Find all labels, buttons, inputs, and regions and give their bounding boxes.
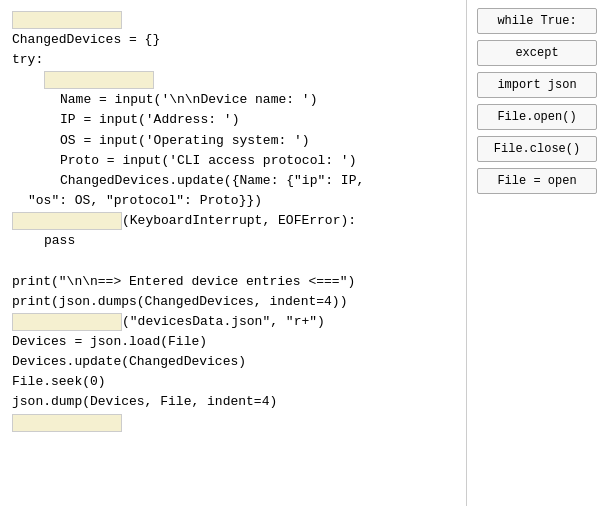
sidebar-btn-while[interactable]: while True: <box>477 8 597 34</box>
code-line-pass: pass <box>12 231 454 251</box>
blank-box-top[interactable] <box>12 11 122 29</box>
sidebar: while True: except import json File.open… <box>467 0 607 506</box>
sidebar-btn-except[interactable]: except <box>477 40 597 66</box>
blank-try-line <box>12 70 454 90</box>
blank-box-except[interactable] <box>12 212 122 230</box>
code-text: print(json.dumps(ChangedDevices, indent=… <box>12 292 347 312</box>
file-open-line: ("devicesData.json", "r+") <box>12 312 454 332</box>
code-line-1: ChangedDevices = {} <box>12 30 454 50</box>
except-line: (KeyboardInterrupt, EOFError): <box>12 211 454 231</box>
code-text: print("\n\n==> Entered device entries <=… <box>12 272 355 292</box>
except-suffix: (KeyboardInterrupt, EOFError): <box>122 211 356 231</box>
code-line-15: json.dump(Devices, File, indent=4) <box>12 392 454 412</box>
code-text: OS = input('Operating system: ') <box>60 131 310 151</box>
sidebar-btn-fileequal[interactable]: File = open <box>477 168 597 194</box>
code-text: pass <box>44 231 75 251</box>
code-line-6: Proto = input('CLI access protocol: ') <box>12 151 454 171</box>
code-line-try: try: <box>12 50 454 70</box>
code-line-13: Devices.update(ChangedDevices) <box>12 352 454 372</box>
code-line-11: print(json.dumps(ChangedDevices, indent=… <box>12 292 454 312</box>
code-text: File.seek(0) <box>12 372 106 392</box>
code-text: try: <box>12 50 43 70</box>
code-text: "os": OS, "protocol": Proto}}) <box>28 191 262 211</box>
code-text: ChangedDevices = {} <box>12 30 160 50</box>
blank-box-try[interactable] <box>44 71 154 89</box>
code-area: ChangedDevices = {} try: Name = input('\… <box>12 10 454 433</box>
code-panel: ChangedDevices = {} try: Name = input('\… <box>0 0 467 506</box>
code-line-7: ChangedDevices.update({Name: {"ip": IP, <box>12 171 454 191</box>
code-text: Devices = json.load(File) <box>12 332 207 352</box>
code-line-10: print("\n\n==> Entered device entries <=… <box>12 272 454 292</box>
code-text: json.dump(Devices, File, indent=4) <box>12 392 277 412</box>
blank-box-file[interactable] <box>12 313 122 331</box>
blank-line-1 <box>12 251 454 271</box>
code-line-4: IP = input('Address: ') <box>12 110 454 130</box>
blank-bottom-line <box>12 413 454 433</box>
code-line-14: File.seek(0) <box>12 372 454 392</box>
code-line-12: Devices = json.load(File) <box>12 332 454 352</box>
blank-box-bottom[interactable] <box>12 414 122 432</box>
sidebar-btn-fileopen[interactable]: File.open() <box>477 104 597 130</box>
code-text: Name = input('\n\nDevice name: ') <box>60 90 317 110</box>
code-line-8: "os": OS, "protocol": Proto}}) <box>12 191 454 211</box>
code-text: ChangedDevices.update({Name: {"ip": IP, <box>60 171 364 191</box>
sidebar-btn-import[interactable]: import json <box>477 72 597 98</box>
code-text: Devices.update(ChangedDevices) <box>12 352 246 372</box>
file-suffix: ("devicesData.json", "r+") <box>122 312 325 332</box>
sidebar-btn-fileclose[interactable]: File.close() <box>477 136 597 162</box>
blank-top-line <box>12 10 454 30</box>
code-text: IP = input('Address: ') <box>60 110 239 130</box>
code-line-5: OS = input('Operating system: ') <box>12 131 454 151</box>
code-line-3: Name = input('\n\nDevice name: ') <box>12 90 454 110</box>
code-text: Proto = input('CLI access protocol: ') <box>60 151 356 171</box>
